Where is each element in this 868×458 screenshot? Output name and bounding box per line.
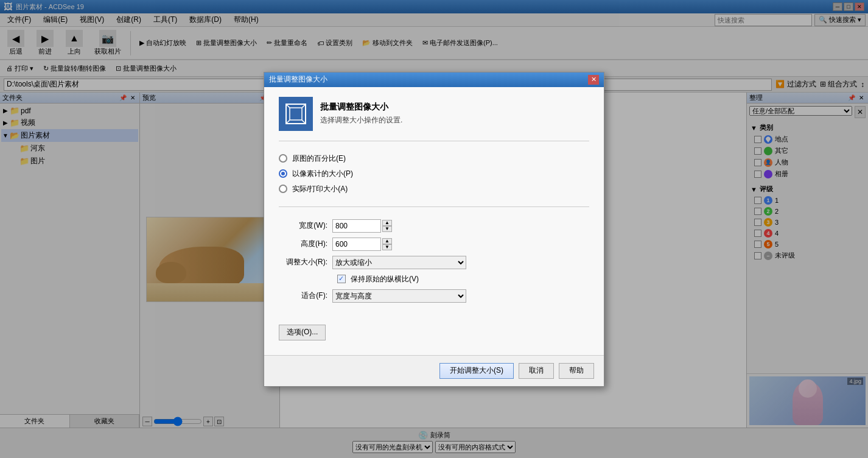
radio-actual[interactable] <box>279 185 287 193</box>
keep-ratio-checkbox[interactable] <box>337 275 346 283</box>
width-spinner: ▲ ▼ <box>382 220 392 232</box>
modal-options-section: 原图的百分比(E) 以像素计的大小(P) 实际/打印大小(A) <box>279 146 589 202</box>
options-btn-row: 选项(O)... <box>279 320 589 340</box>
width-spin-down[interactable]: ▼ <box>382 226 392 232</box>
modal-header-text: 批量调整图像大小 选择调整大小操作的设置. <box>320 102 402 125</box>
modal-divider-2 <box>279 206 589 207</box>
radio-percentage[interactable] <box>279 154 287 163</box>
options-button[interactable]: 选项(O)... <box>279 325 326 340</box>
radio-actual-row: 实际/打印大小(A) <box>279 181 589 197</box>
modal-footer: 开始调整大小(S) 取消 帮助 <box>264 355 604 386</box>
modal-dialog-title: 批量调整图像大小 <box>320 102 402 113</box>
fit-select[interactable]: 宽度与高度 宽度 高度 <box>332 289 466 303</box>
radio-pixels[interactable] <box>279 169 287 178</box>
resize-mode-select[interactable]: 放大或缩小 只放大 只缩小 <box>332 256 466 269</box>
height-input-group: ▲ ▼ <box>332 238 392 251</box>
batch-resize-modal: 批量调整图像大小 ✕ 批量调整图像大小 <box>264 72 604 387</box>
modal-dimensions-section: 宽度(W): ▲ ▼ 高度(H): ▲ <box>279 212 589 310</box>
height-spinner: ▲ ▼ <box>382 238 392 250</box>
start-resize-button[interactable]: 开始调整大小(S) <box>439 363 514 379</box>
modal-title-bar: 批量调整图像大小 ✕ <box>264 72 604 87</box>
cancel-button[interactable]: 取消 <box>519 363 554 379</box>
radio-percentage-label: 原图的百分比(E) <box>292 153 346 164</box>
modal-dialog-subtitle: 选择调整大小操作的设置. <box>320 115 402 125</box>
width-row: 宽度(W): ▲ ▼ <box>279 217 589 235</box>
svg-rect-2 <box>290 108 302 120</box>
modal-overlay: 批量调整图像大小 ✕ 批量调整图像大小 <box>0 0 868 458</box>
keep-ratio-row: 保持原始的纵横比(V) <box>279 272 589 287</box>
resize-mode-label: 调整大小(R): <box>279 257 327 267</box>
modal-icon <box>279 97 313 131</box>
modal-divider-1 <box>279 141 589 141</box>
modal-body: 批量调整图像大小 选择调整大小操作的设置. 原图的百分比(E) 以像素计的大小(… <box>264 87 604 355</box>
height-label: 高度(H): <box>279 239 327 249</box>
radio-actual-label: 实际/打印大小(A) <box>292 184 348 194</box>
radio-pixels-row: 以像素计的大小(P) <box>279 166 589 181</box>
fit-label: 适合(F): <box>279 291 327 301</box>
width-spin-up[interactable]: ▲ <box>382 220 392 226</box>
modal-close-button[interactable]: ✕ <box>588 75 599 85</box>
height-spin-down[interactable]: ▼ <box>382 244 392 250</box>
modal-title: 批量调整图像大小 <box>269 74 327 85</box>
radio-pixels-label: 以像素计的大小(P) <box>292 169 353 179</box>
height-input[interactable] <box>332 238 381 251</box>
keep-ratio-label: 保持原始的纵横比(V) <box>351 274 419 284</box>
width-input[interactable] <box>332 219 381 233</box>
modal-header-row: 批量调整图像大小 选择调整大小操作的设置. <box>279 97 589 131</box>
width-label: 宽度(W): <box>279 220 327 231</box>
resize-mode-row: 调整大小(R): 放大或缩小 只放大 只缩小 <box>279 253 589 272</box>
height-spin-up[interactable]: ▲ <box>382 238 392 244</box>
height-row: 高度(H): ▲ ▼ <box>279 235 589 253</box>
radio-percentage-row: 原图的百分比(E) <box>279 151 589 166</box>
width-input-group: ▲ ▼ <box>332 219 392 233</box>
help-button[interactable]: 帮助 <box>559 363 594 379</box>
fit-row: 适合(F): 宽度与高度 宽度 高度 <box>279 287 589 305</box>
